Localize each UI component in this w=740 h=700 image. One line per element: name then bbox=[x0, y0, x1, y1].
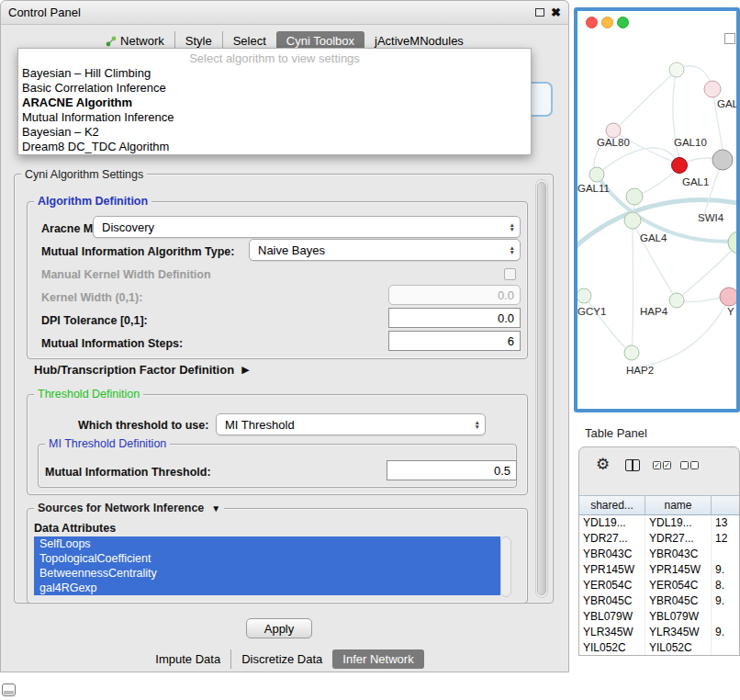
node-label: GAL11 bbox=[577, 183, 610, 194]
table-body: YDL19... YDL19... 13 YDR27... YDR27... 1… bbox=[579, 515, 740, 656]
sources-section-toggle[interactable]: Sources for Network Inference ▼ bbox=[34, 502, 224, 514]
popup-item-selected[interactable]: ARACNE Algorithm bbox=[18, 96, 531, 110]
network-view-window[interactable]: GAL80 GAL10 GAL11 GAL1 SWI4 GAL4 GCY1 HA… bbox=[574, 7, 740, 412]
kernel-width-field[interactable] bbox=[388, 285, 521, 305]
gear-icon[interactable]: ⚙ bbox=[596, 455, 610, 474]
deselect-all-icon[interactable] bbox=[680, 461, 699, 469]
column-header[interactable] bbox=[712, 495, 740, 515]
network-node[interactable] bbox=[589, 167, 604, 182]
network-node[interactable] bbox=[669, 293, 684, 308]
tab-label: Discretize Data bbox=[241, 652, 322, 666]
which-threshold-label: Which threshold to use: bbox=[78, 419, 208, 432]
node-label: GAL1 bbox=[682, 176, 709, 187]
table-panel-title: Table Panel bbox=[585, 426, 647, 440]
network-node[interactable] bbox=[624, 345, 639, 360]
table-row[interactable]: YLR345W YLR345W 9. bbox=[579, 625, 740, 640]
node-label: HAP4 bbox=[640, 306, 667, 317]
network-icon bbox=[106, 36, 117, 47]
table-row[interactable]: YBR043C YBR043C bbox=[579, 547, 740, 562]
list-item[interactable]: TopologicalCoefficient bbox=[34, 551, 500, 566]
network-node-red[interactable] bbox=[672, 158, 688, 174]
dpi-tolerance-label: DPI Tolerance [0,1]: bbox=[41, 314, 148, 327]
tab-label: Network bbox=[120, 34, 164, 48]
mi-steps-label: Mutual Information Steps: bbox=[41, 337, 183, 350]
control-panel: Control Panel ✖ Network Style Select Cyn… bbox=[0, 0, 569, 672]
list-item[interactable]: gal4RGexp bbox=[34, 581, 500, 595]
tab-discretize-data[interactable]: Discretize Data bbox=[230, 649, 332, 669]
sources-section-label: Sources for Network Inference bbox=[38, 502, 204, 514]
panel-title: Control Panel bbox=[8, 1, 81, 25]
node-label: GAL bbox=[717, 98, 738, 109]
collapsed-arrow-icon: ▶ bbox=[241, 364, 249, 376]
attributes-list-scrollbar[interactable] bbox=[500, 536, 511, 597]
popup-placeholder: Select algorithm to view settings bbox=[18, 51, 531, 66]
expanded-arrow-icon: ▼ bbox=[211, 503, 220, 514]
data-attributes-list: SelfLoops TopologicalCoefficient Between… bbox=[34, 536, 500, 597]
node-label: GAL10 bbox=[674, 137, 707, 148]
column-header[interactable]: shared... bbox=[579, 495, 645, 515]
network-node[interactable] bbox=[669, 62, 684, 77]
node-label: HAP2 bbox=[626, 365, 654, 376]
mi-threshold-group-title: MI Threshold Definition bbox=[45, 437, 170, 450]
dpi-tolerance-field[interactable] bbox=[388, 308, 521, 328]
apply-button[interactable]: Apply bbox=[246, 618, 312, 638]
hub-section-label: Hub/Transcription Factor Definition bbox=[34, 363, 234, 377]
popup-item[interactable]: Basic Correlation Inference bbox=[18, 81, 531, 96]
combo-value: Discovery bbox=[102, 220, 154, 234]
network-node[interactable] bbox=[606, 123, 621, 138]
restore-panel-icon[interactable] bbox=[2, 683, 16, 696]
popup-item[interactable]: Bayesian – Hill Climbing bbox=[18, 66, 531, 81]
manual-kernel-checkbox[interactable] bbox=[504, 268, 516, 280]
popup-item[interactable]: Bayesian – K2 bbox=[18, 125, 531, 140]
table-row[interactable]: YBR045C YBR045C 9. bbox=[579, 593, 740, 609]
column-header[interactable]: name bbox=[645, 495, 712, 515]
tab-label: Style bbox=[185, 34, 212, 48]
columns-icon[interactable] bbox=[625, 459, 640, 471]
network-node-gray[interactable] bbox=[712, 150, 733, 170]
list-item[interactable]: SelfLoops bbox=[34, 536, 500, 551]
node-label: Y bbox=[727, 306, 734, 317]
popup-item[interactable]: Mutual Information Inference bbox=[18, 110, 531, 125]
combo-value: MI Threshold bbox=[225, 418, 295, 432]
network-node[interactable] bbox=[704, 81, 721, 97]
table-row[interactable]: YBL079W YBL079W bbox=[579, 609, 740, 625]
kernel-width-label: Kernel Width (0,1): bbox=[41, 291, 142, 304]
algorithm-definition-title: Algorithm Definition bbox=[34, 195, 151, 208]
tab-infer-network[interactable]: Infer Network bbox=[332, 649, 423, 669]
network-node-pink[interactable] bbox=[720, 288, 736, 306]
network-node[interactable] bbox=[624, 212, 641, 229]
table-row[interactable]: YIL052C YIL052C bbox=[579, 640, 740, 656]
table-row[interactable]: YPR145W YPR145W 9. bbox=[579, 562, 740, 578]
settings-group-title: Cyni Algorithm Settings bbox=[21, 168, 147, 181]
aracne-mode-combo[interactable]: Discovery ▲▼ bbox=[93, 216, 521, 238]
list-item[interactable]: BetweennessCentrality bbox=[34, 566, 500, 581]
close-icon[interactable]: ✖ bbox=[551, 6, 561, 19]
table-panel: ⚙ ✓ ✓ shared... name YDL19... YDL19... 1… bbox=[578, 446, 740, 656]
data-attributes-label: Data Attributes bbox=[34, 522, 116, 535]
scrollbar-thumb[interactable] bbox=[537, 182, 546, 595]
which-threshold-combo[interactable]: MI Threshold ▲▼ bbox=[216, 413, 486, 435]
combo-value: Naive Bayes bbox=[258, 243, 325, 257]
threshold-definition-title: Threshold Definition bbox=[34, 388, 143, 401]
node-label: SWI4 bbox=[698, 212, 723, 223]
mi-steps-field[interactable] bbox=[388, 331, 521, 351]
table-row[interactable]: YDL19... YDL19... 13 bbox=[579, 515, 740, 531]
node-label: GAL4 bbox=[640, 232, 667, 243]
network-node[interactable] bbox=[626, 188, 643, 205]
popup-item[interactable]: Dream8 DC_TDC Algorithm bbox=[18, 140, 531, 154]
mi-type-combo[interactable]: Naive Bayes ▲▼ bbox=[249, 239, 521, 261]
mi-threshold-field[interactable] bbox=[387, 460, 517, 480]
tab-label: Cyni Toolbox bbox=[286, 34, 354, 48]
network-node[interactable] bbox=[728, 231, 736, 254]
table-row[interactable]: YDR27... YDR27... 12 bbox=[579, 531, 740, 547]
hub-section-toggle[interactable]: Hub/Transcription Factor Definition ▶ bbox=[34, 363, 250, 377]
network-node[interactable] bbox=[577, 288, 591, 303]
tab-impute-data[interactable]: Impute Data bbox=[145, 649, 230, 669]
control-panel-titlebar: Control Panel ✖ bbox=[1, 1, 568, 25]
algorithm-dropdown-popup: Select algorithm to view settings Bayesi… bbox=[17, 48, 532, 155]
select-all-checks-icon[interactable]: ✓ ✓ bbox=[653, 461, 671, 469]
float-window-icon[interactable] bbox=[535, 8, 544, 17]
table-row[interactable]: YER054C YER054C 8. bbox=[579, 578, 740, 593]
settings-scrollbar[interactable] bbox=[535, 179, 548, 598]
network-graph[interactable] bbox=[577, 11, 736, 409]
